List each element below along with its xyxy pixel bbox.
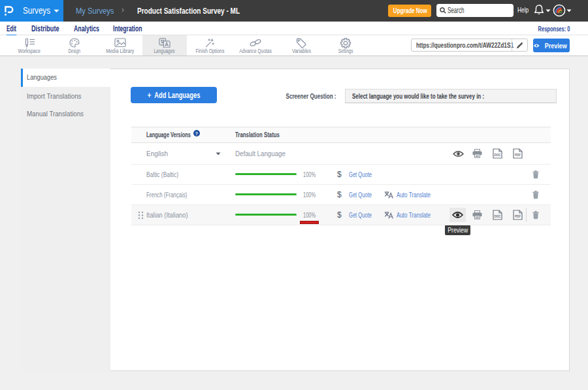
- svg-text:?: ?: [195, 131, 198, 136]
- svg-text:DOC: DOC: [494, 215, 501, 218]
- svg-text:PDF: PDF: [515, 215, 521, 218]
- svg-text:PDF: PDF: [515, 154, 521, 157]
- svg-text:DOC: DOC: [494, 154, 501, 157]
